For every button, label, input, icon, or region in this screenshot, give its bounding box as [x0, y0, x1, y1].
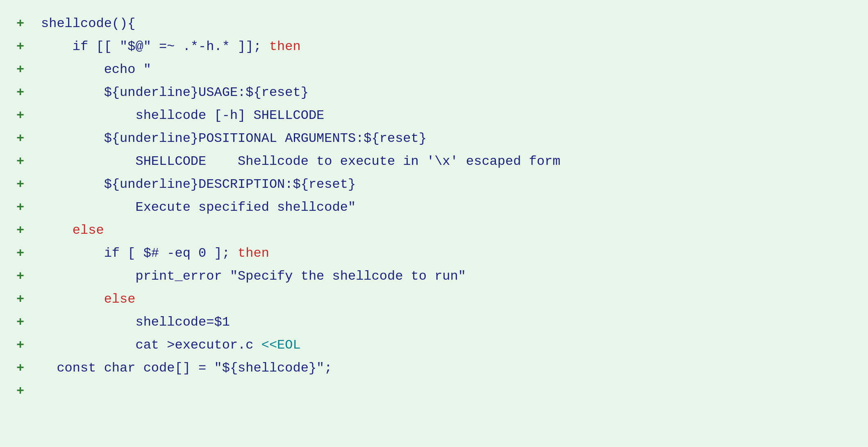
code-segment: ${underline}POSITIONAL ARGUMENTS:${reset… — [41, 127, 427, 150]
code-line: + ${underline}DESCRIPTION:${reset} — [16, 173, 852, 196]
code-line: + SHELLCODE Shellcode to execute in '\x'… — [16, 150, 852, 173]
code-line: + shellcode=$1 — [16, 311, 852, 334]
line-prefix: + — [16, 288, 41, 311]
line-prefix: + — [16, 173, 41, 196]
code-line: + print_error "Specify the shellcode to … — [16, 265, 852, 288]
line-prefix: + — [16, 311, 41, 334]
code-segment: const char code[] = "${shellcode}"; — [41, 357, 332, 380]
code-segment: if [[ "$@" =~ .*-h.* ]]; — [41, 35, 269, 58]
line-prefix: + — [16, 58, 41, 81]
code-segment — [41, 288, 104, 311]
code-segment: shellcode [-h] SHELLCODE — [41, 104, 324, 127]
code-segment: shellcode=$1 — [41, 311, 230, 334]
code-segment: ${underline}USAGE:${reset} — [41, 81, 309, 104]
code-line: + ${underline}USAGE:${reset} — [16, 81, 852, 104]
line-prefix: + — [16, 357, 41, 380]
line-prefix: + — [16, 265, 41, 288]
code-segment: ${underline}DESCRIPTION:${reset} — [41, 173, 356, 196]
line-prefix: + — [16, 380, 41, 403]
code-line: + echo " — [16, 58, 852, 81]
code-segment: then — [269, 35, 301, 58]
code-segment: <<EOL — [261, 334, 301, 357]
line-prefix: + — [16, 196, 41, 219]
code-line: + shellcode [-h] SHELLCODE — [16, 104, 852, 127]
line-prefix: + — [16, 104, 41, 127]
line-prefix: + — [16, 334, 41, 357]
code-line: + Execute specified shellcode" — [16, 196, 852, 219]
line-prefix: + — [16, 219, 41, 242]
code-line: + else — [16, 219, 852, 242]
code-container: + shellcode(){+ if [[ "$@" =~ .*-h.* ]];… — [0, 0, 868, 447]
line-prefix: + — [16, 242, 41, 265]
code-line: + if [[ "$@" =~ .*-h.* ]]; then — [16, 35, 852, 58]
line-prefix: + — [16, 150, 41, 173]
code-segment: else — [73, 219, 104, 242]
code-line: + else — [16, 288, 852, 311]
code-line: + if [ $# -eq 0 ]; then — [16, 242, 852, 265]
code-line: + const char code[] = "${shellcode}"; — [16, 357, 852, 380]
line-prefix: + — [16, 81, 41, 104]
code-line: + — [16, 380, 852, 403]
code-segment: print_error "Specify the shellcode to ru… — [41, 265, 466, 288]
code-segment: then — [238, 242, 269, 265]
code-segment: echo " — [41, 58, 151, 81]
code-line: + cat >executor.c <<EOL — [16, 334, 852, 357]
line-prefix: + — [16, 12, 41, 35]
code-segment: cat >executor.c — [41, 334, 261, 357]
line-prefix: + — [16, 127, 41, 150]
code-line: + ${underline}POSITIONAL ARGUMENTS:${res… — [16, 127, 852, 150]
code-segment: shellcode(){ — [41, 12, 135, 35]
code-segment: else — [104, 288, 136, 311]
code-segment: SHELLCODE Shellcode to execute in '\x' e… — [41, 150, 560, 173]
code-segment: if [ $# -eq 0 ]; — [41, 242, 238, 265]
code-segment: Execute specified shellcode" — [41, 196, 356, 219]
code-line: + shellcode(){ — [16, 12, 852, 35]
line-prefix: + — [16, 35, 41, 58]
code-segment — [41, 219, 73, 242]
